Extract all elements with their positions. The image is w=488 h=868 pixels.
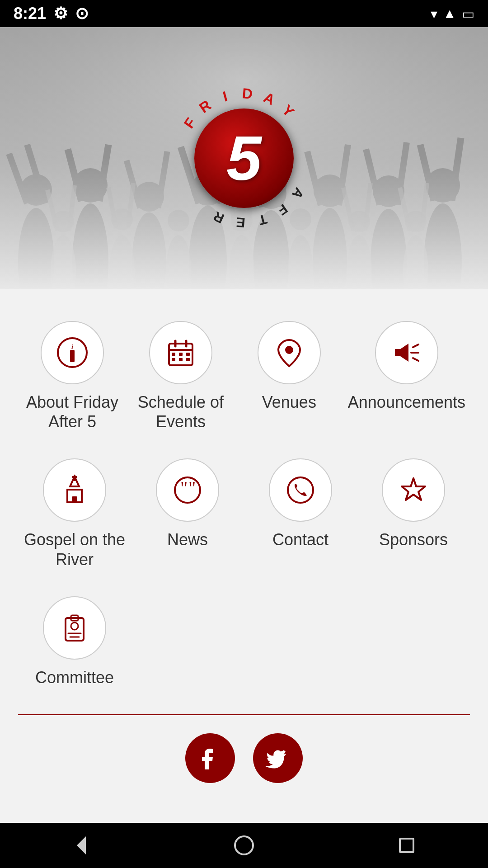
menu-item-contact[interactable]: Contact: [244, 445, 357, 582]
sponsors-icon-circle: [382, 458, 445, 522]
time-display: 8:21: [14, 4, 46, 23]
news-label: News: [167, 530, 208, 549]
svg-text:R: R: [196, 97, 214, 116]
megaphone-icon: [390, 336, 423, 369]
contact-icon-circle: [269, 458, 332, 522]
do-not-disturb-icon: ⊙: [75, 4, 89, 23]
menu-item-news[interactable]: " " News: [131, 445, 244, 582]
svg-text:": ": [180, 477, 188, 498]
svg-text:D: D: [241, 86, 253, 102]
schedule-icon-circle: [149, 321, 212, 384]
battery-icon: ▭: [462, 6, 474, 22]
facebook-button[interactable]: [185, 733, 235, 783]
empty-cell-1: [131, 583, 244, 701]
svg-text:F: F: [181, 115, 199, 132]
nav-bar: [0, 823, 488, 868]
svg-text:E: E: [235, 215, 246, 231]
svg-marker-105: [77, 836, 86, 854]
svg-rect-82: [172, 358, 175, 361]
svg-line-88: [413, 358, 418, 361]
gospel-label: Gospel on the River: [23, 530, 127, 569]
settings-icon: ⚙: [53, 4, 68, 23]
calendar-icon: [164, 336, 197, 369]
info-icon: i: [56, 336, 89, 369]
menu-item-sponsors[interactable]: Sponsors: [357, 445, 470, 582]
svg-text:R: R: [211, 209, 226, 226]
signal-icon: ▲: [443, 6, 456, 21]
sponsors-label: Sponsors: [379, 530, 448, 549]
status-bar-right: ▾ ▲ ▭: [431, 6, 474, 22]
gospel-icon-circle: [43, 458, 106, 522]
svg-text:i: i: [71, 344, 73, 350]
menu-row-2: Gospel on the River " " News Contact: [0, 445, 488, 582]
menu-row-3: Committee: [0, 583, 488, 701]
about-icon-circle: i: [41, 321, 104, 384]
facebook-icon: [197, 745, 224, 772]
hero-banner: F R I D A Y A F T E: [0, 27, 488, 289]
svg-point-98: [288, 477, 313, 503]
venues-icon-circle: [258, 321, 321, 384]
svg-point-102: [71, 623, 78, 630]
church-icon: [58, 474, 91, 506]
phone-icon: [284, 474, 317, 506]
logo-number: 5: [226, 127, 262, 190]
status-bar: 8:21 ⚙ ⊙ ▾ ▲ ▭: [0, 0, 488, 27]
star-icon: [397, 474, 430, 506]
svg-text:": ": [188, 477, 196, 498]
home-icon: [230, 832, 258, 859]
back-icon: [68, 832, 95, 859]
committee-icon-circle: [43, 596, 106, 660]
contact-label: Contact: [272, 530, 328, 549]
about-label: About Friday After 5: [23, 392, 122, 431]
svg-point-85: [285, 346, 293, 354]
twitter-icon: [264, 745, 291, 772]
home-button[interactable]: [226, 827, 262, 863]
announcements-label: Announcements: [348, 392, 465, 412]
svg-text:F: F: [275, 201, 291, 218]
svg-point-106: [235, 836, 253, 854]
menu-item-committee[interactable]: Committee: [18, 583, 131, 701]
recents-button[interactable]: [389, 827, 425, 863]
svg-text:A: A: [289, 185, 307, 202]
social-bar: [0, 715, 488, 806]
twitter-button[interactable]: [253, 733, 303, 783]
news-icon-circle: " ": [156, 458, 219, 522]
svg-rect-79: [172, 353, 175, 356]
committee-label: Committee: [35, 668, 114, 687]
location-icon: [273, 336, 305, 369]
svg-text:T: T: [257, 212, 269, 228]
menu-item-schedule[interactable]: Schedule of Events: [127, 307, 235, 445]
svg-rect-80: [179, 353, 183, 356]
svg-marker-99: [402, 478, 425, 500]
svg-rect-74: [70, 350, 75, 353]
menu-item-about[interactable]: i About Friday After 5: [18, 307, 127, 445]
empty-cell-3: [357, 583, 470, 701]
menu-item-gospel[interactable]: Gospel on the River: [18, 445, 131, 582]
recents-icon: [393, 832, 420, 859]
empty-cell-2: [244, 583, 357, 701]
quote-icon: " ": [171, 474, 204, 506]
back-button[interactable]: [63, 827, 99, 863]
schedule-label: Schedule of Events: [131, 392, 230, 431]
svg-text:A: A: [261, 89, 277, 108]
status-bar-left: 8:21 ⚙ ⊙: [14, 4, 89, 23]
svg-rect-107: [400, 839, 413, 852]
venues-label: Venues: [262, 392, 316, 412]
svg-rect-94: [72, 496, 77, 502]
logo-circle: 5: [194, 108, 294, 208]
svg-text:I: I: [221, 88, 229, 105]
svg-rect-84: [186, 358, 190, 361]
app-logo: F R I D A Y A F T E: [172, 86, 316, 231]
badge-icon: [58, 612, 91, 644]
svg-rect-83: [179, 358, 183, 361]
svg-rect-81: [186, 353, 190, 356]
svg-rect-73: [70, 351, 75, 362]
announcements-icon-circle: [375, 321, 438, 384]
svg-line-87: [413, 344, 418, 347]
menu-row-1: i About Friday After 5 Schedu: [0, 289, 488, 445]
menu-item-venues[interactable]: Venues: [235, 307, 343, 445]
wifi-icon: ▾: [431, 6, 437, 22]
menu-item-announcements[interactable]: Announcements: [343, 307, 470, 445]
svg-text:Y: Y: [279, 102, 297, 120]
